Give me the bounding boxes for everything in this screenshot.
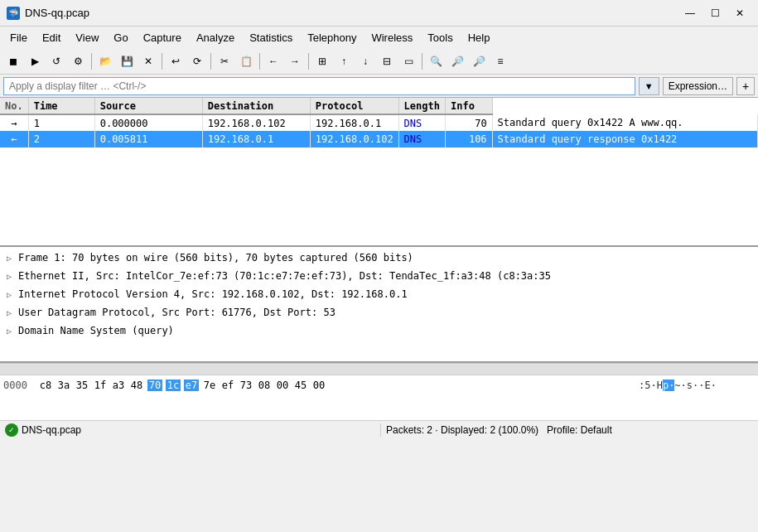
filter-dropdown-btn[interactable]: ▼ (639, 77, 659, 95)
menubar: File Edit View Go Capture Analyze Statis… (0, 27, 758, 48)
hex-byte-highlighted: 70 (147, 380, 162, 391)
toolbar-reload[interactable]: ↩ (166, 51, 186, 71)
row-time: 0.005811 (94, 131, 202, 148)
row-time: 0.000000 (94, 114, 202, 131)
hex-byte: 45 (293, 380, 308, 391)
menu-tools[interactable]: Tools (421, 30, 459, 46)
row-length: 70 (445, 114, 492, 131)
toolbar-close[interactable]: ✕ (138, 51, 158, 71)
detail-item[interactable]: ▷Domain Name System (query) (0, 322, 758, 340)
toolbar-scrolldown[interactable]: ↓ (355, 51, 375, 71)
menu-edit[interactable]: Edit (36, 30, 67, 46)
hex-byte: 35 (75, 380, 89, 391)
minimize-button[interactable]: — (678, 5, 702, 22)
titlebar-controls[interactable]: — ☐ ✕ (678, 5, 751, 22)
hex-byte: c8 (38, 380, 53, 391)
toolbar-stop[interactable]: ◼ (3, 51, 23, 71)
status-icon: ✓ (5, 423, 18, 437)
toolbar-save[interactable]: 💾 (117, 51, 137, 71)
detail-item[interactable]: ▷Ethernet II, Src: IntelCor_7e:ef:73 (70… (0, 267, 758, 285)
close-button[interactable]: ✕ (728, 5, 751, 22)
detail-expand-icon: ▷ (3, 270, 15, 282)
col-header-no: No. (0, 98, 28, 114)
filter-plus-btn[interactable]: + (736, 77, 755, 95)
toolbar-zoom-default[interactable]: 🔍 (426, 51, 446, 71)
row-info: Standard query 0x1422 A www.qq. (492, 114, 757, 131)
toolbar-sep-2 (162, 53, 162, 70)
status-left: ✓ DNS-qq.pcap (0, 423, 381, 437)
toolbar-zoom-out[interactable]: 🔎 (469, 51, 489, 71)
row-source: 192.168.0.102 (202, 114, 310, 131)
detail-item[interactable]: ▷Frame 1: 70 bytes on wire (560 bits), 7… (0, 249, 758, 267)
row-length: 106 (445, 131, 492, 148)
menu-view[interactable]: View (69, 30, 105, 46)
toolbar-options[interactable]: ⚙ (68, 51, 88, 71)
col-header-source: Source (94, 98, 202, 114)
hex-ascii: :5·Hp·~·s··E· (639, 380, 755, 391)
toolbar-colorize[interactable]: ⊞ (312, 51, 332, 71)
hex-bytes: c83a351fa348701ce77eef7308004500 (38, 380, 634, 391)
detail-item[interactable]: ▷Internet Protocol Version 4, Src: 192.1… (0, 285, 758, 303)
hex-byte: 48 (129, 380, 144, 391)
col-header-info: Info (445, 98, 492, 114)
maximize-button[interactable]: ☐ (703, 5, 727, 22)
detail-text: Frame 1: 70 bytes on wire (560 bits), 70… (18, 252, 413, 264)
menu-capture[interactable]: Capture (137, 30, 188, 46)
hex-hscroll[interactable] (0, 363, 758, 375)
toolbar-start[interactable]: ▶ (25, 51, 45, 71)
toolbar-resize[interactable]: ▭ (398, 51, 418, 71)
detail-expand-icon: ▷ (3, 307, 15, 318)
menu-go[interactable]: Go (107, 30, 134, 46)
app-icon: 🦈 (7, 7, 20, 20)
row-protocol: DNS (398, 114, 445, 131)
hex-byte: 00 (275, 380, 290, 391)
hex-byte: 7e (202, 380, 217, 391)
packet-table: No. Time Source Destination Protocol Len… (0, 98, 758, 148)
row-source: 192.168.0.1 (202, 131, 310, 148)
detail-expand-icon: ▷ (3, 288, 15, 300)
toolbar-back[interactable]: ← (263, 51, 283, 71)
menu-wireless[interactable]: Wireless (365, 30, 419, 46)
filter-input[interactable] (3, 77, 635, 95)
detail-item[interactable]: ▷User Datagram Protocol, Src Port: 61776… (0, 303, 758, 322)
toolbar-forward[interactable]: → (285, 51, 305, 71)
menu-telephony[interactable]: Telephony (301, 30, 363, 46)
toolbar-restart[interactable]: ↺ (46, 51, 66, 71)
menu-statistics[interactable]: Statistics (243, 30, 299, 46)
status-profile: Profile: Default (547, 424, 612, 436)
detail-expand-icon: ▷ (3, 252, 15, 264)
detail-text: Ethernet II, Src: IntelCor_7e:ef:73 (70:… (18, 270, 551, 282)
toolbar-sep-5 (308, 53, 309, 70)
toolbar-zoom-in[interactable]: 🔎 (447, 51, 467, 71)
packet-detail: ▷Frame 1: 70 bytes on wire (560 bits), 7… (0, 247, 758, 363)
table-row[interactable]: ←20.005811192.168.0.1192.168.0.102DNS106… (0, 131, 758, 148)
row-direction-arrow: ← (0, 131, 28, 148)
menu-analyze[interactable]: Analyze (190, 30, 241, 46)
detail-text: User Datagram Protocol, Src Port: 61776,… (18, 307, 336, 318)
toolbar-copy[interactable]: 📋 (236, 51, 256, 71)
toolbar-open[interactable]: 📂 (95, 51, 115, 71)
hex-byte: 00 (311, 380, 326, 391)
hex-byte-highlighted: 1c (166, 380, 181, 391)
toolbar-scrollup[interactable]: ↑ (334, 51, 354, 71)
filter-expression-btn[interactable]: Expression… (663, 77, 733, 95)
row-destination: 192.168.0.102 (310, 131, 398, 148)
row-no: 2 (28, 131, 94, 148)
titlebar-left: 🦈 DNS-qq.pcap (7, 7, 89, 20)
toolbar-refresh[interactable]: ⟳ (187, 51, 207, 71)
toolbar-sep-4 (259, 53, 260, 70)
toolbar: ◼ ▶ ↺ ⚙ 📂 💾 ✕ ↩ ⟳ ✂ 📋 ← → ⊞ ↑ ↓ ⊟ ▭ 🔍 🔎 … (0, 48, 758, 75)
toolbar-packet[interactable]: ⊟ (377, 51, 397, 71)
menu-help[interactable]: Help (461, 30, 497, 46)
toolbar-cut[interactable]: ✂ (215, 51, 234, 71)
toolbar-menu[interactable]: ≡ (490, 51, 510, 71)
row-info: Standard query response 0x1422 (492, 131, 757, 148)
status-right: Packets: 2 · Displayed: 2 (100.0%) Profi… (381, 424, 758, 436)
col-header-time: Time (28, 98, 94, 114)
menu-file[interactable]: File (3, 30, 34, 46)
window-title: DNS-qq.pcap (25, 7, 89, 19)
table-row[interactable]: →10.000000192.168.0.102192.168.0.1DNS70S… (0, 114, 758, 131)
toolbar-sep-6 (422, 53, 422, 70)
filterbar: ▼ Expression… + (0, 75, 758, 98)
detail-text: Internet Protocol Version 4, Src: 192.16… (18, 288, 408, 300)
